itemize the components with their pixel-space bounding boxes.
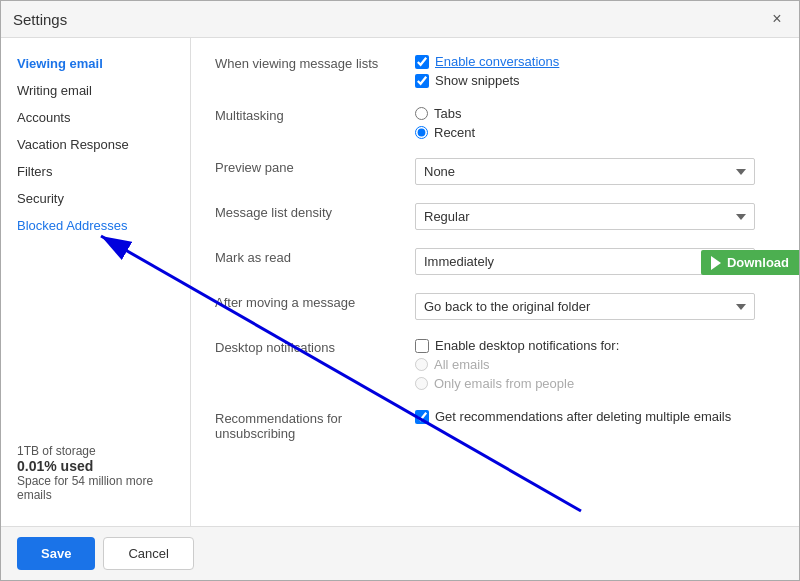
- sidebar-item-filters[interactable]: Filters: [1, 158, 190, 185]
- radio-recent-input[interactable]: [415, 126, 428, 139]
- storage-info: 1TB of storage 0.01% used Space for 54 m…: [1, 432, 190, 514]
- radio-emails-from-people-input[interactable]: [415, 377, 428, 390]
- control-message-lists: Enable conversations Show snippets: [415, 54, 775, 88]
- label-recommendations: Recommendations for unsubscribing: [215, 409, 415, 441]
- control-desktop-notifications: Enable desktop notifications for: All em…: [415, 338, 775, 391]
- storage-label: 1TB of storage: [17, 444, 174, 458]
- dialog-footer: Save Cancel: [1, 526, 799, 580]
- select-message-list-density[interactable]: Default Comfortable Regular Compact: [415, 203, 755, 230]
- label-preview-pane: Preview pane: [215, 158, 415, 175]
- row-desktop-notifications: Desktop notifications Enable desktop not…: [215, 338, 775, 391]
- enable-conversations-link[interactable]: Enable conversations: [435, 54, 559, 69]
- row-preview-pane: Preview pane None Right of inbox Below i…: [215, 158, 775, 185]
- sidebar-item-security[interactable]: Security: [1, 185, 190, 212]
- label-message-list-density: Message list density: [215, 203, 415, 220]
- checkbox-enable-desktop[interactable]: Enable desktop notifications for:: [415, 338, 775, 353]
- row-after-moving: After moving a message Go back to the or…: [215, 293, 775, 320]
- close-button[interactable]: ×: [767, 9, 787, 29]
- main-content: When viewing message lists Enable conver…: [191, 38, 799, 526]
- control-preview-pane: None Right of inbox Below inbox: [415, 158, 775, 185]
- checkbox-recommendations-input[interactable]: [415, 410, 429, 424]
- checkbox-recommendations[interactable]: Get recommendations after deleting multi…: [415, 409, 775, 424]
- sidebar-item-vacation-response[interactable]: Vacation Response: [1, 131, 190, 158]
- label-desktop-notifications: Desktop notifications: [215, 338, 415, 355]
- sidebar: Viewing email Writing email Accounts Vac…: [1, 38, 191, 526]
- checkbox-show-snippets[interactable]: Show snippets: [415, 73, 775, 88]
- cancel-button[interactable]: Cancel: [103, 537, 193, 570]
- show-snippets-label: Show snippets: [435, 73, 520, 88]
- play-icon: [711, 256, 721, 270]
- tabs-label: Tabs: [434, 106, 461, 121]
- checkbox-enable-conversations-input[interactable]: [415, 55, 429, 69]
- radio-recent[interactable]: Recent: [415, 125, 775, 140]
- sidebar-item-writing-email[interactable]: Writing email: [1, 77, 190, 104]
- used-label: 0.01% used: [17, 458, 174, 474]
- all-emails-label: All emails: [434, 357, 490, 372]
- control-recommendations: Get recommendations after deleting multi…: [415, 409, 775, 424]
- sidebar-item-viewing-email[interactable]: Viewing email: [1, 50, 190, 77]
- row-mark-as-read: Mark as read Immediately After 5 seconds…: [215, 248, 775, 275]
- space-label: Space for 54 million more emails: [17, 474, 174, 502]
- label-message-lists: When viewing message lists: [215, 54, 415, 71]
- label-mark-as-read: Mark as read: [215, 248, 415, 265]
- label-multitasking: Multitasking: [215, 106, 415, 123]
- row-recommendations: Recommendations for unsubscribing Get re…: [215, 409, 775, 441]
- dialog-body: Viewing email Writing email Accounts Vac…: [1, 38, 799, 526]
- enable-desktop-label: Enable desktop notifications for:: [435, 338, 619, 353]
- checkbox-enable-conversations[interactable]: Enable conversations: [415, 54, 775, 69]
- control-message-list-density: Default Comfortable Regular Compact: [415, 203, 775, 230]
- save-button[interactable]: Save: [17, 537, 95, 570]
- dialog-title: Settings: [13, 11, 67, 28]
- sidebar-item-blocked-addresses[interactable]: Blocked Addresses: [1, 212, 190, 239]
- row-message-list-density: Message list density Default Comfortable…: [215, 203, 775, 230]
- emails-from-people-label: Only emails from people: [434, 376, 574, 391]
- radio-emails-from-people[interactable]: Only emails from people: [415, 376, 775, 391]
- radio-tabs[interactable]: Tabs: [415, 106, 775, 121]
- row-message-lists: When viewing message lists Enable conver…: [215, 54, 775, 88]
- sidebar-item-accounts[interactable]: Accounts: [1, 104, 190, 131]
- checkbox-enable-desktop-input[interactable]: [415, 339, 429, 353]
- checkbox-show-snippets-input[interactable]: [415, 74, 429, 88]
- control-after-moving: Go back to the original folder Go to the…: [415, 293, 775, 320]
- download-badge[interactable]: Download: [701, 250, 799, 275]
- download-label: Download: [727, 255, 789, 270]
- recommendations-label: Get recommendations after deleting multi…: [435, 409, 731, 424]
- radio-tabs-input[interactable]: [415, 107, 428, 120]
- title-bar: Settings ×: [1, 1, 799, 38]
- row-multitasking: Multitasking Tabs Recent: [215, 106, 775, 140]
- radio-all-emails-input[interactable]: [415, 358, 428, 371]
- settings-dialog: Settings × Viewing email Writing email A…: [0, 0, 800, 581]
- recent-label: Recent: [434, 125, 475, 140]
- select-after-moving[interactable]: Go back to the original folder Go to the…: [415, 293, 755, 320]
- label-after-moving: After moving a message: [215, 293, 415, 310]
- radio-all-emails[interactable]: All emails: [415, 357, 775, 372]
- select-preview-pane[interactable]: None Right of inbox Below inbox: [415, 158, 755, 185]
- control-multitasking: Tabs Recent: [415, 106, 775, 140]
